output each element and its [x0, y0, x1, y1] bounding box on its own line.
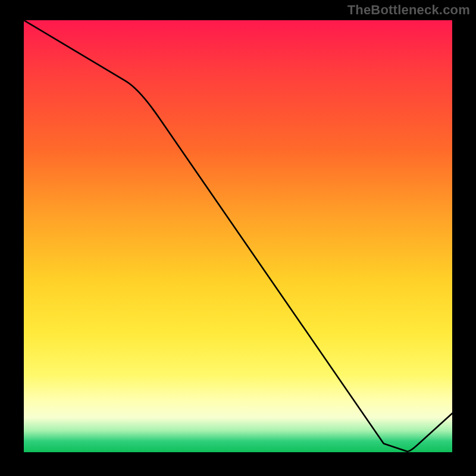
bottleneck-curve	[24, 20, 452, 452]
chart-frame: TheBottleneck.com	[0, 0, 476, 476]
attribution-text: TheBottleneck.com	[347, 2, 470, 18]
plot-area	[24, 20, 452, 452]
